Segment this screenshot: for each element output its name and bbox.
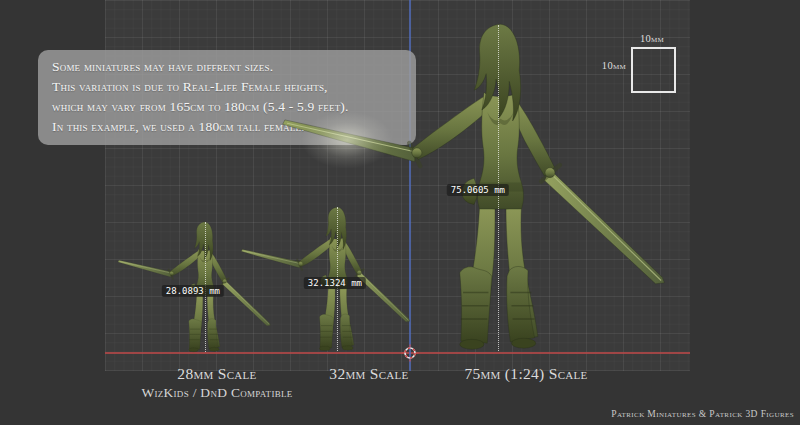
scale-label-75mm: 75mm (1:24) Scale <box>464 365 587 383</box>
reference-square-side-label: 10mm <box>596 60 626 71</box>
scale-label-28mm: 28mm Scale <box>177 365 256 383</box>
measurement-32mm: 32.1324 mm <box>304 277 366 289</box>
scale-sublabel-28mm: WizKids / DnD Compatible <box>141 385 292 401</box>
measurement-75mm: 75.0605 mm <box>447 184 509 196</box>
viewport-3d[interactable]: Some miniatures may have diffrent sizes.… <box>0 0 800 425</box>
measurement-28mm: 28.0893 mm <box>162 285 224 297</box>
scale-label-32mm: 32mm Scale <box>329 365 408 383</box>
reference-square-10mm <box>631 47 676 93</box>
reference-square-top-label: 10mm <box>640 33 664 44</box>
footer-credit: Patrick Miniatures & Patrick 3D Figures <box>611 409 794 419</box>
3d-cursor-icon[interactable] <box>401 344 419 362</box>
